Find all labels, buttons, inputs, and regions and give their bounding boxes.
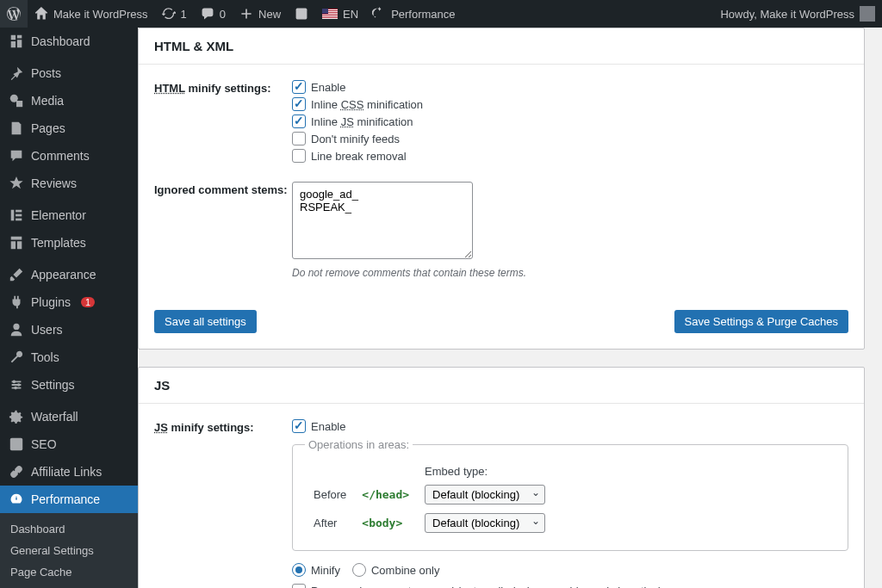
seo-analysis[interactable] <box>288 0 315 28</box>
site-name[interactable]: Make it WordPress <box>28 0 155 28</box>
main-content: HTML & XML HTML minify settings: Enable … <box>138 28 882 588</box>
brush-icon <box>9 267 24 282</box>
home-icon <box>34 7 48 21</box>
admin-bar: Make it WordPress 1 0 New EN Performance… <box>0 0 882 28</box>
performance-menu[interactable]: Performance <box>365 0 462 28</box>
sidebar-label: Settings <box>31 378 75 392</box>
inline-css-label: Inline CSS minification <box>311 98 423 111</box>
inline-js-label: Inline JS minification <box>311 115 413 128</box>
svg-point-6 <box>13 324 19 330</box>
body-tag: <body> <box>362 517 402 529</box>
sidebar-item-reviews[interactable]: Reviews <box>0 170 138 197</box>
svg-rect-0 <box>296 9 307 20</box>
sidebar-item-performance[interactable]: Performance <box>0 486 138 513</box>
inline-css-checkbox[interactable] <box>292 97 306 111</box>
updates[interactable]: 1 <box>155 0 194 28</box>
html-enable-label: Enable <box>311 81 345 94</box>
wp-logo[interactable] <box>0 0 28 28</box>
plugin-badge: 1 <box>81 297 95 307</box>
sidebar-item-plugins[interactable]: Plugins1 <box>0 288 138 316</box>
sidebar-item-affiliate[interactable]: Affiliate Links <box>0 458 138 486</box>
sub-dashboard[interactable]: Dashboard <box>0 518 138 540</box>
sidebar-label: Performance <box>31 492 100 506</box>
seo-icon <box>9 436 24 452</box>
comment-icon <box>9 148 24 164</box>
users-icon <box>9 322 24 337</box>
dont-minify-feeds-checkbox[interactable] <box>292 132 306 145</box>
operations-legend: Operations in areas: <box>305 438 413 451</box>
sidebar-item-elementor[interactable]: Elementor <box>0 201 138 229</box>
sidebar-item-comments[interactable]: Comments <box>0 142 138 170</box>
ignored-stems-textarea[interactable] <box>292 182 473 259</box>
combine-radio-label: Combine only <box>371 564 440 577</box>
templates-icon <box>9 235 24 251</box>
sub-pagecache[interactable]: Page Cache <box>0 561 138 583</box>
svg-point-8 <box>17 383 21 387</box>
sidebar-item-users[interactable]: Users <box>0 316 138 344</box>
js-enable-label: Enable <box>311 420 345 433</box>
sub-general[interactable]: General Settings <box>0 540 138 561</box>
js-enable-checkbox[interactable] <box>292 419 306 433</box>
panel-html-xml: HTML & XML HTML minify settings: Enable … <box>138 28 865 350</box>
sidebar-item-appearance[interactable]: Appearance <box>0 261 138 288</box>
panel-title: JS <box>139 368 864 404</box>
plus-icon <box>239 7 253 21</box>
sidebar-label: Pages <box>31 121 65 135</box>
inline-js-checkbox[interactable] <box>292 115 306 128</box>
embed-type-header: Embed type: <box>418 461 552 480</box>
sidebar-label: SEO <box>31 437 57 451</box>
after-label: After <box>307 510 353 536</box>
us-flag-icon <box>322 9 338 19</box>
lang-label: EN <box>343 8 358 21</box>
new-label: New <box>258 8 281 21</box>
sidebar-item-tools[interactable]: Tools <box>0 344 138 371</box>
minify-radio-label: Minify <box>311 564 340 577</box>
new-content[interactable]: New <box>233 0 288 28</box>
preserved-comment-label: Preserved comment removal (not applied w… <box>311 585 662 589</box>
wordpress-icon <box>7 7 21 21</box>
ignored-stems-label: Ignored comment stems: <box>154 182 292 196</box>
minify-radio[interactable] <box>292 563 306 577</box>
svg-rect-2 <box>11 210 15 221</box>
sidebar-item-templates[interactable]: Templates <box>0 229 138 257</box>
gauge-icon <box>372 7 386 21</box>
svg-rect-10 <box>10 438 22 450</box>
panel-title: HTML & XML <box>139 28 864 65</box>
my-account[interactable]: Howdy, Make it WordPress <box>713 0 882 28</box>
language[interactable]: EN <box>315 0 365 28</box>
panel-js: JS JS minify settings: Enable Operations… <box>138 367 865 588</box>
comments[interactable]: 0 <box>194 0 233 28</box>
sidebar-label: Affiliate Links <box>31 465 102 479</box>
svg-point-9 <box>14 387 17 390</box>
save-purge-button[interactable]: Save Settings & Purge Caches <box>674 310 849 333</box>
preserved-comment-checkbox[interactable] <box>292 584 306 588</box>
dont-minify-feeds-label: Don't minify feeds <box>311 133 400 145</box>
html-minify-label: HTML minify settings: <box>154 80 292 95</box>
elementor-icon <box>9 207 24 223</box>
sidebar-item-posts[interactable]: Posts <box>0 59 138 87</box>
star-icon <box>9 176 24 191</box>
sidebar-item-dashboard[interactable]: Dashboard <box>0 28 138 55</box>
sidebar-item-settings[interactable]: Settings <box>0 371 138 399</box>
sidebar-item-media[interactable]: Media <box>0 87 138 115</box>
sidebar-item-waterfall[interactable]: Waterfall <box>0 403 138 430</box>
gear-icon <box>9 409 24 424</box>
perf-label: Performance <box>391 8 455 21</box>
comment-icon <box>201 7 214 21</box>
linebreak-removal-checkbox[interactable] <box>292 149 306 163</box>
sidebar-item-pages[interactable]: Pages <box>0 115 138 142</box>
ignored-stems-description: Do not remove comments that contain thes… <box>292 267 848 279</box>
avatar <box>860 6 875 22</box>
sidebar-label: Plugins <box>31 295 71 309</box>
sidebar-label: Templates <box>31 236 86 250</box>
before-embed-select[interactable]: Default (blocking) <box>425 485 545 504</box>
combine-radio[interactable] <box>352 563 366 577</box>
save-all-button[interactable]: Save all settings <box>154 310 257 333</box>
after-embed-select[interactable]: Default (blocking) <box>425 513 545 533</box>
plugin-icon <box>9 294 24 310</box>
js-minify-label: JS minify settings: <box>154 419 292 434</box>
sidebar-item-seo[interactable]: SEO <box>0 430 138 458</box>
sub-minify[interactable]: Minify <box>0 583 138 588</box>
html-enable-checkbox[interactable] <box>292 80 306 94</box>
sidebar-label: Posts <box>31 66 61 80</box>
